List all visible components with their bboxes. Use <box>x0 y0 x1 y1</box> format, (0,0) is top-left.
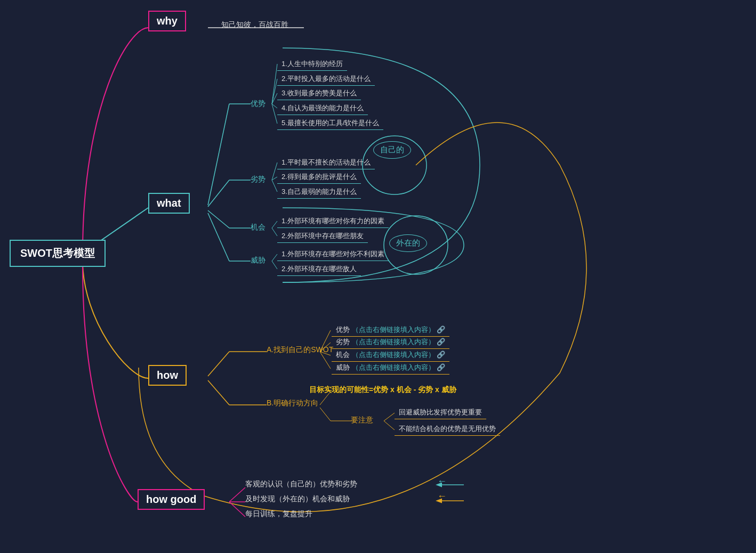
svg-line-14 <box>272 221 277 228</box>
svg-line-13 <box>272 180 277 192</box>
youshi-label: 优势 <box>251 99 266 109</box>
how-a-label: A.找到自己的SWOT <box>267 345 333 355</box>
svg-line-30 <box>384 421 395 430</box>
youshi-item-1: 1.人生中特别的经历 <box>277 58 347 71</box>
weixie-label: 威胁 <box>251 256 266 265</box>
lioshi-item-2: 2.得到最多的批评是什么 <box>277 170 361 184</box>
weixie-item-1: 1.外部环境存在哪些对你不利因素 <box>277 248 389 261</box>
how-b-note-1: 回避威胁比发挥优势更重要 <box>395 406 486 419</box>
svg-line-29 <box>384 413 395 421</box>
how-b-note-2: 不能结合机会的优势是无用优势 <box>395 422 500 436</box>
what-node: what <box>148 193 190 214</box>
how-a-item-2: 劣势 （点击右侧链接填入内容） 🔗 <box>332 336 449 349</box>
lioshi-item-1: 1.平时最不擅长的活动是什么 <box>277 156 375 169</box>
zijide-label: 自己的 <box>373 141 411 159</box>
how-a-item-1: 优势 （点击右侧链接填入内容） 🔗 <box>332 323 449 337</box>
svg-line-7 <box>272 79 277 104</box>
youshi-item-5: 5.最擅长使用的工具/软件是什么 <box>277 117 383 130</box>
waizaide-label: 外在的 <box>389 234 427 252</box>
howgood-box: how good <box>138 489 205 510</box>
svg-line-16 <box>272 254 277 261</box>
howgood-node: how good <box>138 489 205 510</box>
why-node: why <box>148 11 186 31</box>
svg-line-6 <box>272 64 277 104</box>
how-box: how <box>148 365 187 386</box>
how-b-note-label: 要注意 <box>351 416 373 425</box>
svg-line-8 <box>272 93 277 104</box>
svg-line-11 <box>272 162 277 180</box>
why-subtitle: 知己知彼，百战百胜 <box>221 20 288 30</box>
howgood-item-1: 客观的认识（自己的）优势和劣势 <box>245 479 357 489</box>
root-node: SWOT思考模型 <box>10 240 106 267</box>
svg-line-15 <box>272 228 277 236</box>
how-a-item-4: 威胁 （点击右侧链接填入内容） 🔗 <box>332 361 449 375</box>
how-b-formula: 目标实现的可能性=优势 x 机会 - 劣势 x 威胁 <box>305 384 461 396</box>
howgood-item-3: 每日训练，复盘提升 <box>245 509 312 519</box>
svg-line-33 <box>229 502 245 517</box>
youshi-item-4: 4.自认为最强的能力是什么 <box>277 102 368 115</box>
what-box: what <box>148 193 190 214</box>
lioshi-label: 劣势 <box>251 175 266 184</box>
arrow-teal: ← <box>437 476 447 487</box>
how-a-item-3: 机会 （点击右侧链接填入内容） 🔗 <box>332 348 449 362</box>
root-box: SWOT思考模型 <box>10 240 106 267</box>
jihui-label: 机会 <box>251 223 266 232</box>
svg-line-17 <box>272 261 277 269</box>
how-b-label: B.明确行动方向 <box>267 399 318 408</box>
why-box: why <box>148 11 186 31</box>
arrow-yellow: ← <box>437 491 447 502</box>
svg-line-12 <box>272 177 277 180</box>
how-node: how <box>148 365 187 386</box>
youshi-item-3: 3.收到最多的赞美是什么 <box>277 87 361 100</box>
howgood-item-2: 及时发现（外在的）机会和威胁 <box>245 494 350 504</box>
svg-line-9 <box>272 104 277 108</box>
jihui-item-1: 1.外部环境有哪些对你有力的因素 <box>277 215 389 228</box>
jihui-item-2: 2.外部环境中存在哪些朋友 <box>277 230 368 243</box>
svg-line-31 <box>229 487 245 502</box>
svg-line-27 <box>320 408 331 421</box>
svg-line-10 <box>272 104 277 124</box>
youshi-item-2: 2.平时投入最多的活动是什么 <box>277 72 375 86</box>
lioshi-item-3: 3.自己最弱的能力是什么 <box>277 185 361 199</box>
weixie-item-2: 2.外部环境存在哪些敌人 <box>277 263 361 276</box>
